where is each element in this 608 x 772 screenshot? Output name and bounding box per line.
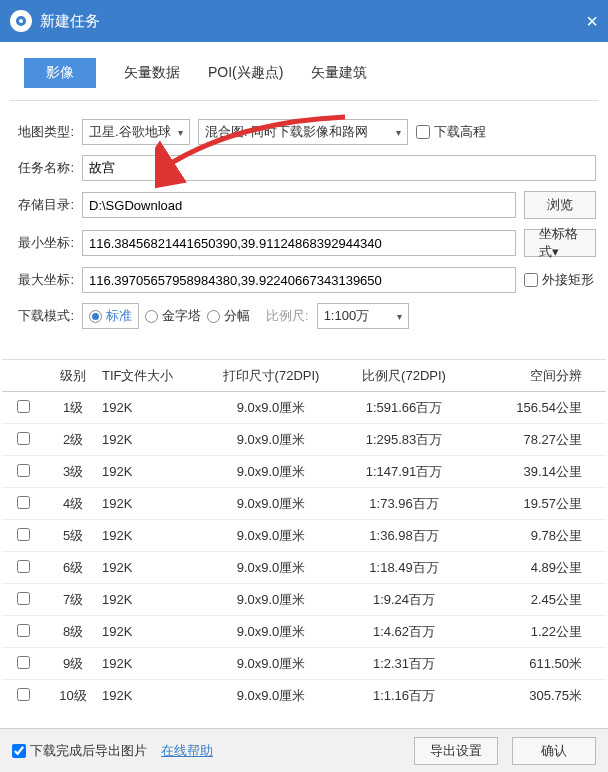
mode-pyramid-radio[interactable]: 金字塔 (145, 307, 201, 325)
mode-standard-radio[interactable]: 标准 (82, 303, 139, 329)
ratio-select[interactable]: 1:100万▾ (317, 303, 409, 329)
level-table: 级别 TIF文件大小 打印尺寸(72DPI) 比例尺(72DPI) 空间分辨 1… (2, 359, 606, 707)
table-row: 2级192K9.0x9.0厘米1:295.83百万78.27公里 (2, 424, 606, 456)
browse-button[interactable]: 浏览 (524, 191, 596, 219)
ok-button[interactable]: 确认 (512, 737, 596, 765)
bounding-check[interactable]: 外接矩形 (524, 271, 596, 289)
download-mode-label: 下载模式: (12, 307, 74, 325)
window-title: 新建任务 (40, 12, 100, 31)
download-elevation-check[interactable]: 下载高程 (416, 123, 486, 141)
export-after-check[interactable]: 下载完成后导出图片 (12, 742, 147, 760)
storage-label: 存储目录: (12, 196, 74, 214)
task-name-label: 任务名称: (12, 159, 74, 177)
row-check[interactable] (17, 656, 30, 669)
table-row: 7级192K9.0x9.0厘米1:9.24百万2.45公里 (2, 584, 606, 616)
table-row: 9级192K9.0x9.0厘米1:2.31百万611.50米 (2, 648, 606, 680)
table-row: 6级192K9.0x9.0厘米1:18.49百万4.89公里 (2, 552, 606, 584)
tabs: 影像 矢量数据 POI(兴趣点) 矢量建筑 (0, 42, 608, 100)
table-row: 8级192K9.0x9.0厘米1:4.62百万1.22公里 (2, 616, 606, 648)
close-icon[interactable]: × (586, 10, 598, 33)
help-link[interactable]: 在线帮助 (161, 742, 213, 760)
hybrid-select[interactable]: 混合图: 同时下载影像和路网▾ (198, 119, 408, 145)
table-row: 3级192K9.0x9.0厘米1:147.91百万39.14公里 (2, 456, 606, 488)
row-check[interactable] (17, 432, 30, 445)
row-check[interactable] (17, 528, 30, 541)
row-check[interactable] (17, 464, 30, 477)
satellite-select[interactable]: 卫星.谷歌地球▾ (82, 119, 190, 145)
min-coord-label: 最小坐标: (12, 234, 74, 252)
table-row: 1级192K9.0x9.0厘米1:591.66百万156.54公里 (2, 392, 606, 424)
tab-poi[interactable]: POI(兴趣点) (208, 64, 283, 82)
titlebar: 新建任务 × (0, 0, 608, 42)
tab-vector[interactable]: 矢量数据 (124, 64, 180, 82)
map-type-label: 地图类型: (12, 123, 74, 141)
coord-format-button[interactable]: 坐标格式▾ (524, 229, 596, 257)
app-icon (10, 10, 32, 32)
form: 地图类型: 卫星.谷歌地球▾ 混合图: 同时下载影像和路网▾ 下载高程 任务名称… (0, 101, 608, 343)
row-check[interactable] (17, 688, 30, 701)
task-name-input[interactable] (82, 155, 596, 181)
row-check[interactable] (17, 560, 30, 573)
table-row: 10级192K9.0x9.0厘米1:1.16百万305.75米 (2, 680, 606, 707)
max-coord-input[interactable] (82, 267, 516, 293)
row-check[interactable] (17, 400, 30, 413)
storage-input[interactable] (82, 192, 516, 218)
row-check[interactable] (17, 624, 30, 637)
min-coord-input[interactable] (82, 230, 516, 256)
table-header: 级别 TIF文件大小 打印尺寸(72DPI) 比例尺(72DPI) 空间分辨 (2, 360, 606, 392)
ratio-label: 比例尺: (266, 307, 309, 325)
max-coord-label: 最大坐标: (12, 271, 74, 289)
row-check[interactable] (17, 496, 30, 509)
footer: 下载完成后导出图片 在线帮助 导出设置 确认 (0, 728, 608, 772)
table-row: 5级192K9.0x9.0厘米1:36.98百万9.78公里 (2, 520, 606, 552)
mode-tile-radio[interactable]: 分幅 (207, 307, 250, 325)
export-settings-button[interactable]: 导出设置 (414, 737, 498, 765)
tab-building[interactable]: 矢量建筑 (311, 64, 367, 82)
tab-image[interactable]: 影像 (24, 58, 96, 88)
table-row: 4级192K9.0x9.0厘米1:73.96百万19.57公里 (2, 488, 606, 520)
row-check[interactable] (17, 592, 30, 605)
